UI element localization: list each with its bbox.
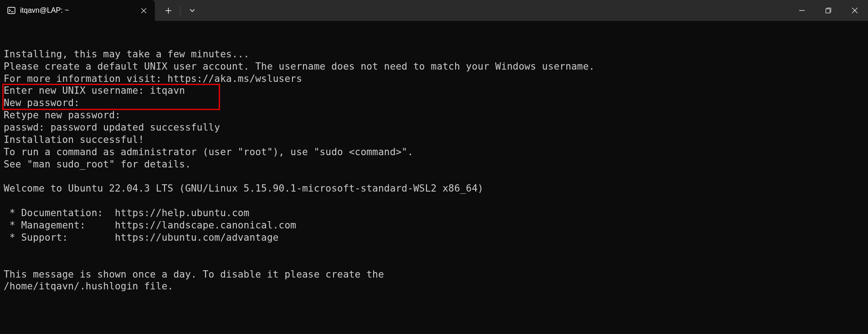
terminal-line: /home/itqavn/.hushlogin file. xyxy=(4,280,864,293)
tab-close-button[interactable] xyxy=(139,5,149,15)
terminal-line: This message is shown once a day. To dis… xyxy=(4,268,864,281)
titlebar: itqavn@LAP: ~ xyxy=(0,0,868,21)
terminal-line xyxy=(4,195,864,207)
new-tab-button[interactable] xyxy=(159,2,178,19)
terminal-line: Welcome to Ubuntu 22.04.3 LTS (GNU/Linux… xyxy=(4,182,864,195)
terminal-line: Retype new password: xyxy=(4,109,864,121)
terminal-line xyxy=(4,256,864,268)
terminal-line: * Support: https://ubuntu.com/advantage xyxy=(4,232,864,244)
terminal-line xyxy=(4,171,864,183)
terminal-line: New password: xyxy=(4,97,864,109)
terminal-line: * Management: https://landscape.canonica… xyxy=(4,219,864,232)
svg-rect-0 xyxy=(8,7,15,14)
tab-title: itqavn@LAP: ~ xyxy=(20,6,134,15)
terminal-output[interactable]: Installing, this may take a few minutes.… xyxy=(0,21,868,293)
terminal-line xyxy=(4,244,864,256)
tab-dropdown-button[interactable] xyxy=(183,2,202,19)
active-tab[interactable]: itqavn@LAP: ~ xyxy=(0,0,155,21)
separator xyxy=(180,5,180,15)
terminal-icon xyxy=(7,6,15,15)
minimize-button[interactable] xyxy=(789,0,815,21)
maximize-button[interactable] xyxy=(815,0,842,21)
terminal-line: See "man sudo_root" for details. xyxy=(4,158,864,171)
window-controls xyxy=(789,0,868,21)
terminal-line: For more information visit: https://aka.… xyxy=(4,73,864,85)
terminal-line: passwd: password updated successfully xyxy=(4,121,864,134)
close-window-button[interactable] xyxy=(842,0,868,21)
terminal-line: Installing, this may take a few minutes.… xyxy=(4,48,864,61)
terminal-line: Installation successful! xyxy=(4,134,864,146)
svg-rect-7 xyxy=(826,9,830,13)
terminal-line: Please create a default UNIX user accoun… xyxy=(4,61,864,73)
terminal-line: Enter new UNIX username: itqavn xyxy=(4,85,864,97)
terminal-line: To run a command as administrator (user … xyxy=(4,146,864,158)
tabstrip-actions xyxy=(155,0,202,21)
terminal-line: * Documentation: https://help.ubuntu.com xyxy=(4,207,864,219)
